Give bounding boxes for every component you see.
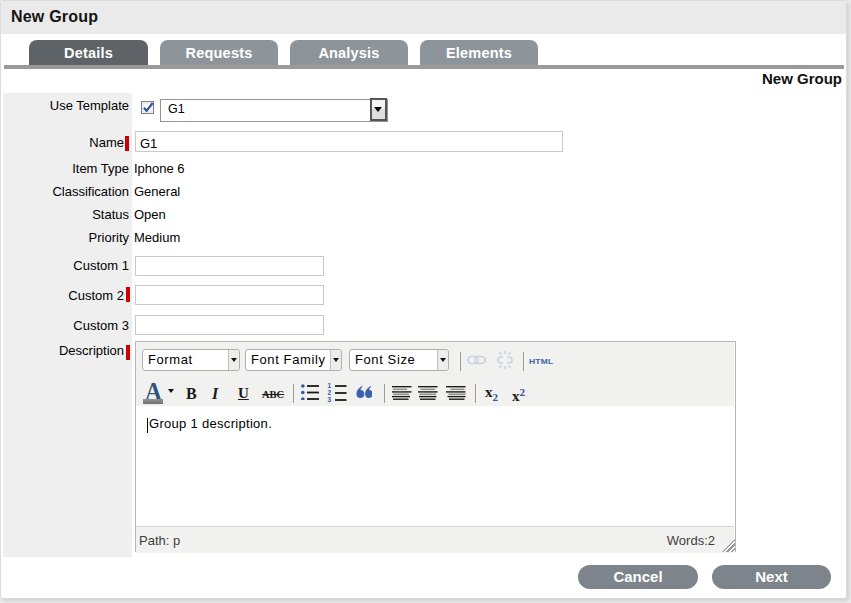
svg-text:2: 2	[328, 389, 332, 396]
svg-text:3: 3	[328, 396, 332, 403]
svg-text:1: 1	[328, 382, 332, 389]
